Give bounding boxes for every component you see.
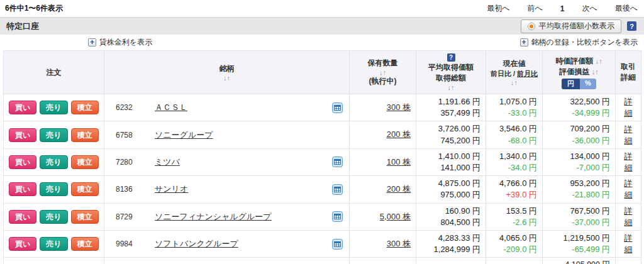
pagination: 最初へ 前へ 1 次へ 最後へ: [487, 3, 639, 14]
day-change: -2.6 円: [491, 217, 537, 228]
help-icon[interactable]: ?: [627, 21, 636, 31]
tsumitate-button[interactable]: 積立: [71, 155, 99, 169]
result-count: 6件中1〜6件表示: [5, 3, 63, 14]
quantity-link[interactable]: 200 株: [387, 184, 411, 194]
yen-toggle-selected[interactable]: 円: [562, 79, 580, 89]
sell-button[interactable]: 売り: [40, 210, 67, 224]
trade-detail-link[interactable]: 詳細: [625, 206, 633, 227]
table-row: 買い 売り 積立 6758 ソニーグループ: [4, 121, 641, 148]
sort-icon[interactable]: ↓↑: [487, 79, 541, 86]
table-row: 買い 売り 積立 9984 ソフトバンクグループ: [4, 230, 641, 257]
buy-button[interactable]: 買い: [9, 128, 36, 142]
pagination-prev[interactable]: 前へ: [527, 3, 542, 14]
market-value: 1,219,500 円: [548, 233, 610, 244]
stock-name-link[interactable]: ＡＣＳＬ: [155, 102, 187, 113]
trade-detail-link[interactable]: 詳細: [625, 233, 633, 254]
header-avg-price[interactable]: ? 平均取得価額 取得総額 ↓↑: [416, 51, 486, 94]
tsumitate-button[interactable]: 積立: [71, 101, 99, 114]
calendar-icon[interactable]: [332, 157, 343, 167]
header-market-value[interactable]: 時価評価額 ↓↑ 評価損益 ↓↑ 円 %: [543, 51, 616, 94]
stock-name-link[interactable]: サンリオ: [155, 184, 188, 195]
profit-loss: -7,000 円: [548, 162, 610, 173]
tsumitate-button[interactable]: 積立: [71, 210, 99, 224]
help-icon[interactable]: ?: [447, 53, 455, 62]
sort-icon[interactable]: ↓↑: [351, 69, 414, 76]
total-market-value-cell: 4,105,900 円 -202,298 円: [543, 258, 616, 264]
current-price: 4,065.0 円: [491, 233, 537, 244]
market-value: 134,000 円: [548, 151, 610, 162]
stock-code: 7280: [116, 158, 155, 167]
current-price: 1,340.0 円: [491, 151, 537, 162]
sort-icon[interactable]: ↓↑: [592, 68, 599, 75]
yen-percent-toggle[interactable]: 円 %: [562, 79, 596, 89]
tsumitate-button[interactable]: 積立: [71, 237, 99, 251]
sort-icon[interactable]: ↓↑: [418, 84, 484, 91]
table-row: 買い 売り 積立 8729 ソニーフィナンシャルグループ: [4, 203, 641, 230]
buy-button[interactable]: 買い: [9, 182, 36, 196]
profit-loss: -37,000 円: [548, 217, 610, 228]
pagination-first[interactable]: 最初へ: [487, 3, 509, 14]
current-price: 4,766.0 円: [491, 178, 537, 189]
quantity-link[interactable]: 300 株: [387, 102, 411, 112]
buy-button[interactable]: 買い: [9, 210, 36, 224]
calendar-icon[interactable]: [332, 211, 343, 222]
buy-button[interactable]: 買い: [9, 101, 36, 114]
stock-name-link[interactable]: ソニーフィナンシャルグループ: [155, 211, 272, 223]
month-change-link[interactable]: 前月比: [517, 70, 538, 77]
sell-button[interactable]: 売り: [40, 128, 67, 142]
tsumitate-button[interactable]: 積立: [71, 128, 99, 142]
stock-name-link[interactable]: ミツバ: [155, 157, 180, 168]
account-type-title: 特定口座: [6, 21, 39, 32]
profit-loss: -34,999 円: [548, 107, 610, 119]
day-change: -34.0 円: [491, 162, 537, 173]
trade-detail-link[interactable]: 詳細: [625, 151, 633, 172]
header-stock-name[interactable]: 銘柄 ↓↑: [104, 51, 350, 94]
pagination-next[interactable]: 次へ: [582, 3, 597, 14]
calendar-icon[interactable]: [332, 102, 343, 113]
holdings-body: 買い 売り 積立 6232 ＡＣＳＬ: [4, 94, 641, 258]
current-price: 3,546.0 円: [491, 123, 537, 135]
market-value: 953,200 円: [548, 178, 610, 189]
calendar-icon[interactable]: [332, 184, 343, 195]
market-value: 322,500 円: [548, 96, 610, 107]
day-change: -33.0 円: [491, 107, 537, 119]
sell-button[interactable]: 売り: [40, 237, 67, 251]
buy-button[interactable]: 買い: [9, 237, 36, 251]
sort-icon[interactable]: ↓↑: [596, 57, 602, 65]
top-bar: 6件中1〜6件表示 最初へ 前へ 1 次へ 最後へ: [0, 0, 644, 17]
sort-icon[interactable]: ↓↑: [106, 74, 348, 82]
buy-button[interactable]: 買い: [9, 155, 36, 169]
tsumitate-button[interactable]: 積立: [71, 182, 99, 196]
current-price: 1,075.0 円: [491, 96, 537, 107]
stock-name-link[interactable]: ソニーグループ: [155, 129, 213, 141]
profit-loss: -21,800 円: [548, 189, 610, 201]
show-register-compare-link[interactable]: + 銘柄の登録・比較ボタンを表示: [520, 37, 638, 48]
quantity-link[interactable]: 200 株: [387, 129, 411, 139]
quantity-link[interactable]: 100 株: [387, 157, 411, 167]
sell-button[interactable]: 売り: [40, 155, 67, 169]
total-acquisition-cost: 4,308,198 円: [416, 258, 486, 264]
quantity-link[interactable]: 300 株: [387, 239, 411, 248]
percent-toggle[interactable]: %: [580, 79, 596, 89]
stock-name-link[interactable]: ソフトバンクグループ: [155, 238, 238, 250]
sell-button[interactable]: 売り: [40, 101, 67, 114]
table-options-row: + 貸株金利を表示 + 銘柄の登録・比較ボタンを表示: [0, 35, 644, 50]
total-market-value: 4,105,900 円: [548, 260, 610, 264]
avg-price-decimal-toggle-button[interactable]: 平均取得価額小数表示: [521, 19, 621, 33]
total-label: 特定口座合計: [104, 258, 350, 264]
calendar-icon[interactable]: [332, 239, 343, 250]
stock-code: 8729: [116, 212, 155, 221]
stock-code: 8136: [116, 185, 155, 194]
header-quantity[interactable]: 保有数量 ↓↑ (執行中): [350, 51, 416, 94]
trade-detail-link[interactable]: 詳細: [625, 179, 633, 199]
market-value: 767,500 円: [548, 206, 610, 217]
quantity-link[interactable]: 5,000 株: [380, 212, 411, 221]
holdings-table: 注文 銘柄 ↓↑ 保有数量 ↓↑ (執行中) ? 平均取得価額 取得総額 ↓↑ …: [3, 50, 641, 264]
sell-button[interactable]: 売り: [40, 182, 67, 196]
acquisition-total: 357,499 円: [421, 107, 480, 119]
header-current-price[interactable]: 現在値 前日比 / 前月比 ↓↑: [486, 51, 543, 94]
pagination-last[interactable]: 最後へ: [615, 3, 638, 14]
trade-detail-link[interactable]: 詳細: [625, 97, 633, 118]
show-lending-rate-link[interactable]: + 貸株金利を表示: [88, 37, 152, 48]
trade-detail-link[interactable]: 詳細: [625, 124, 633, 145]
